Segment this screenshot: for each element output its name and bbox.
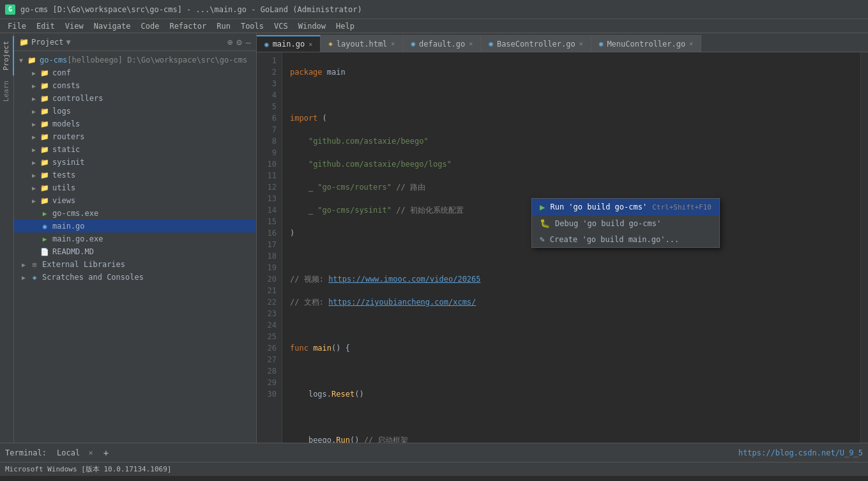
- menu-navigate[interactable]: Navigate: [89, 20, 136, 32]
- tree-item-logs[interactable]: ▶ 📁 logs: [14, 105, 256, 118]
- tab-bar: ◉ main.go × ◈ layout.html × ◉ default.go…: [257, 33, 868, 52]
- tree-item-views[interactable]: ▶ 📁 views: [14, 194, 256, 207]
- tree-item-conf[interactable]: ▶ 📁 conf: [14, 66, 256, 79]
- folder-icon: 📁: [19, 38, 29, 47]
- folder-icon: 📁: [40, 170, 50, 180]
- line-numbers: 12345 678910 1112131415 1617181920 21222…: [257, 52, 282, 443]
- editor-with-sidebar: ◉ main.go × ◈ layout.html × ◉ default.go…: [257, 33, 868, 443]
- bottom-url[interactable]: https://blog.csdn.net/U_9_5: [738, 448, 863, 457]
- vtab-project[interactable]: Project: [0, 36, 14, 75]
- arrow-icon: ▶: [32, 172, 40, 179]
- tree-root[interactable]: ▼ 📁 go-cms [hellobeego] D:\Go\workspace\…: [14, 54, 256, 66]
- menu-view[interactable]: View: [60, 20, 89, 32]
- bottom-bar: Terminal: Local × + https://blog.csdn.ne…: [0, 443, 868, 462]
- menu-file[interactable]: File: [3, 20, 31, 32]
- status-bar: Microsoft Windows [版本 10.0.17134.1069]: [0, 462, 868, 476]
- locate-icon[interactable]: ⊕: [227, 37, 232, 47]
- arrow-icon: ▶: [32, 95, 40, 102]
- folder-icon: 📁: [40, 132, 50, 142]
- tree-item-maingo[interactable]: ▶ ◉ main.go: [14, 220, 256, 233]
- go-tab-icon4: ◉: [599, 40, 604, 48]
- tree-item-tests[interactable]: ▶ 📁 tests: [14, 169, 256, 181]
- tree-item-models[interactable]: ▶ 📁 models: [14, 118, 256, 130]
- tab-default[interactable]: ◉ default.go ×: [403, 35, 481, 52]
- go-file-icon: ◉: [40, 221, 50, 231]
- local-tab[interactable]: Local ×: [52, 447, 98, 459]
- title-bar: G go-cms [D:\Go\workspace\src\go-cms] - …: [0, 0, 868, 19]
- go-tab-icon3: ◉: [489, 40, 493, 48]
- tree-item-static[interactable]: ▶ 📁 static: [14, 143, 256, 156]
- menu-vcs[interactable]: VCS: [269, 20, 293, 32]
- arrow-icon: ▶: [32, 134, 40, 141]
- tree-item-consts[interactable]: ▶ 📁 consts: [14, 79, 256, 92]
- vtab-learn[interactable]: Learn: [0, 75, 14, 107]
- menu-help[interactable]: Help: [331, 20, 360, 32]
- project-tree: ▼ 📁 go-cms [hellobeego] D:\Go\workspace\…: [14, 51, 256, 443]
- arrow-icon: ▶: [32, 121, 40, 128]
- menu-debug-build[interactable]: 🐛 Debug 'go build go-cms': [532, 215, 719, 231]
- folder-icon: 📁: [40, 93, 50, 103]
- project-title: 📁 Project ▼: [19, 38, 71, 47]
- arrow-icon: ▶: [22, 261, 29, 268]
- tab-menucontroller[interactable]: ◉ MenuController.go ×: [591, 35, 701, 52]
- tab-close-maingo[interactable]: ×: [308, 41, 312, 48]
- arrow-icon: ▼: [19, 57, 27, 64]
- tree-item-utils[interactable]: ▶ 📁 utils: [14, 181, 256, 194]
- main-layout: Project Learn 📁 Project ▼ ⊕ ⚙ — ▼ 📁 go-c…: [0, 33, 868, 443]
- tree-item-sysinit[interactable]: ▶ 📁 sysinit: [14, 156, 256, 169]
- settings-icon[interactable]: ⚙: [236, 37, 241, 47]
- folder-icon: 📁: [40, 183, 50, 193]
- local-tab-close[interactable]: ×: [88, 448, 93, 457]
- create-icon: ✎: [540, 234, 545, 244]
- tab-close-base[interactable]: ×: [579, 40, 583, 47]
- menu-bar: File Edit View Navigate Code Refactor Ru…: [0, 19, 868, 33]
- menu-edit[interactable]: Edit: [31, 20, 60, 32]
- tab-close-menu[interactable]: ×: [689, 40, 693, 47]
- windows-info: Microsoft Windows [版本 10.0.17134.1069]: [5, 464, 171, 474]
- tab-layout[interactable]: ◈ layout.html ×: [321, 35, 403, 52]
- vertical-tabs: Project Learn: [0, 33, 14, 443]
- add-terminal-btn[interactable]: +: [103, 448, 109, 458]
- arrow-icon: ▶: [32, 70, 40, 77]
- menu-run-build[interactable]: ▶ Run 'go build go-cms' Ctrl+Shift+F10: [532, 199, 719, 215]
- menu-window[interactable]: Window: [293, 20, 331, 32]
- tree-item-readme[interactable]: ▶ 📄 READMD.MD: [14, 245, 256, 258]
- folder-icon: 📁: [40, 144, 50, 155]
- menu-run[interactable]: Run: [211, 20, 236, 32]
- dropdown-icon[interactable]: ▼: [66, 38, 71, 47]
- arrow-icon: ▶: [32, 197, 40, 204]
- scratches-icon: ◈: [29, 272, 40, 282]
- app-icon: G: [5, 4, 15, 15]
- arrow-icon: ▶: [32, 146, 40, 153]
- go-tab-icon: ◉: [264, 40, 269, 49]
- toolbar-icons: ⊕ ⚙ —: [227, 37, 251, 47]
- tree-item-external[interactable]: ▶ ⊞ External Libraries: [14, 258, 256, 271]
- run-icon: ▶: [540, 202, 545, 212]
- menu-tools[interactable]: Tools: [236, 20, 269, 32]
- folder-icon: 📁: [40, 80, 50, 91]
- tree-item-scratches[interactable]: ▶ ◈ Scratches and Consoles: [14, 271, 256, 284]
- arrow-icon: ▶: [32, 82, 40, 89]
- html-tab-icon: ◈: [328, 40, 333, 48]
- menu-create-build[interactable]: ✎ Create 'go build main.go'...: [532, 231, 719, 247]
- tree-item-controllers[interactable]: ▶ 📁 controllers: [14, 92, 256, 105]
- folder-icon: 📁: [40, 157, 50, 167]
- tab-maingo[interactable]: ◉ main.go ×: [257, 35, 321, 52]
- exe-icon2: ▶: [40, 234, 50, 244]
- tree-item-maingoexe[interactable]: ▶ ▶ main.go.exe: [14, 233, 256, 245]
- go-tab-icon2: ◉: [411, 40, 415, 48]
- tree-item-gocmsexe[interactable]: ▶ ▶ go-cms.exe: [14, 207, 256, 220]
- tab-close-layout[interactable]: ×: [391, 40, 395, 47]
- tab-basecontroller[interactable]: ◉ BaseController.go ×: [481, 35, 591, 52]
- tab-close-default[interactable]: ×: [469, 40, 473, 47]
- menu-code[interactable]: Code: [136, 20, 165, 32]
- menu-refactor[interactable]: Refactor: [164, 20, 211, 32]
- close-panel-icon[interactable]: —: [246, 37, 251, 47]
- arrow-icon: ▶: [32, 185, 40, 192]
- folder-icon: 📁: [40, 68, 50, 78]
- md-icon: 📄: [40, 247, 50, 257]
- arrow-icon: ▶: [32, 159, 40, 166]
- arrow-icon: ▶: [22, 274, 29, 281]
- tree-item-routers[interactable]: ▶ 📁 routers: [14, 130, 256, 143]
- editor-area: ◉ main.go × ◈ layout.html × ◉ default.go…: [257, 33, 868, 443]
